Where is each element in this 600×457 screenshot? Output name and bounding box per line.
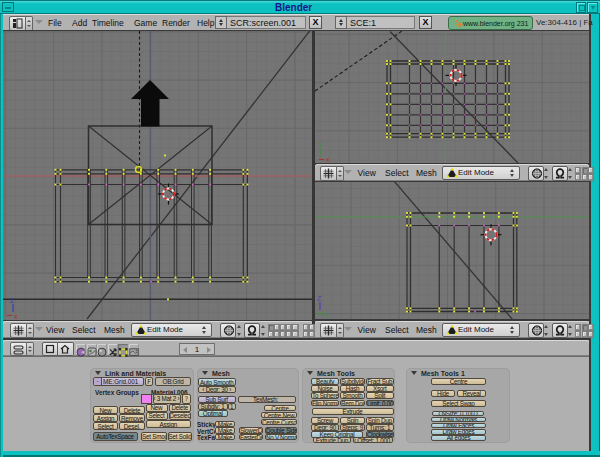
svg-text:x: x [326,156,330,163]
svg-text:Y: Y [318,141,323,148]
svg-text:y: y [325,310,329,318]
svg-text:Z: Z [10,297,15,304]
svg-text:x: x [14,313,18,320]
svg-text:Z: Z [317,295,322,302]
